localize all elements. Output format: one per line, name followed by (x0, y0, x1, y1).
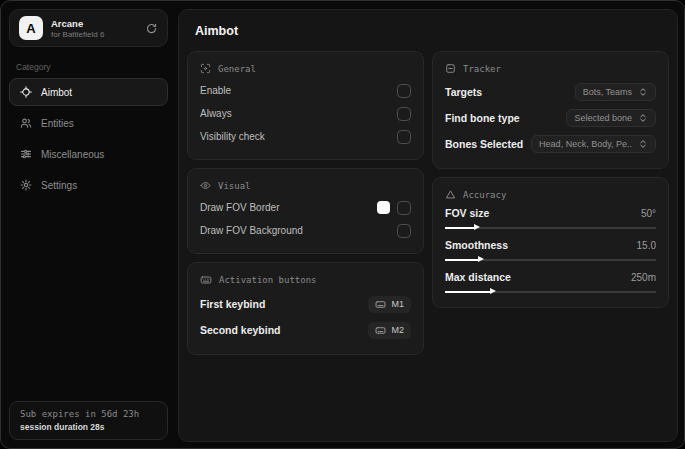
keybind-value: M1 (391, 299, 404, 309)
keybind-label: First keybind (200, 298, 265, 310)
sliders-icon (20, 148, 32, 160)
first-keybind-button[interactable]: M1 (368, 296, 411, 313)
slider-value: 50° (641, 208, 656, 219)
keybind-value: M2 (391, 325, 404, 335)
tracker-card-title: Tracker (445, 63, 656, 74)
section-title: Tracker (463, 64, 501, 74)
slider-label: Max distance (445, 271, 511, 283)
sidebar-item-label: Entities (41, 118, 74, 129)
app-meta: Arcane for Battlefield 6 (51, 18, 104, 39)
general-card: General Enable Always Visibility check (187, 51, 424, 160)
triangle-icon (445, 189, 456, 200)
chevrons-up-down-icon (638, 139, 648, 149)
always-checkbox[interactable] (397, 107, 411, 121)
tracker-card: Tracker Targets Bots, Teams (432, 51, 669, 169)
keybind-label: Second keybind (200, 324, 281, 336)
draw-fov-border-checkbox[interactable] (397, 201, 411, 215)
accuracy-card-title: Accuracy (445, 189, 656, 200)
eye-icon (200, 180, 211, 191)
slider-row-max-distance: Max distance 250m (445, 271, 656, 296)
slider-fill (445, 291, 491, 293)
targets-dropdown[interactable]: Bots, Teams (575, 83, 656, 101)
fov-size-slider[interactable] (445, 223, 656, 232)
setting-label: Enable (200, 85, 231, 96)
smoothness-slider[interactable] (445, 255, 656, 264)
dropdown-value: Head, Neck, Body, Pe.. (539, 139, 632, 149)
setting-row-draw-fov-background: Draw FOV Background (200, 219, 411, 242)
enable-checkbox[interactable] (397, 84, 411, 98)
activation-card-title: Activation buttons (200, 274, 411, 286)
tracker-row-find-bone-type: Find bone type Selected bone (445, 105, 656, 131)
slider-label: Smoothness (445, 239, 508, 251)
keyboard-icon (200, 274, 212, 286)
visibility-check-checkbox[interactable] (397, 130, 411, 144)
slider-value: 250m (631, 272, 656, 283)
fov-border-color-swatch[interactable] (377, 201, 390, 214)
sync-icon[interactable] (145, 22, 158, 35)
general-card-title: General (200, 63, 411, 74)
page-title: Aimbot (195, 24, 661, 38)
frame-minus-icon (445, 63, 456, 74)
slider-row-fov-size: FOV size 50° (445, 207, 656, 232)
setting-label: Visibility check (200, 131, 265, 142)
visual-card-title: Visual (200, 180, 411, 191)
sidebar: A Arcane for Battlefield 6 Category (1, 1, 176, 448)
app-window: A Arcane for Battlefield 6 Category (0, 0, 685, 449)
category-label: Category (16, 62, 161, 72)
app-header-card: A Arcane for Battlefield 6 (9, 9, 168, 47)
dropdown-value: Selected bone (574, 113, 632, 123)
visual-card: Visual Draw FOV Border Draw FOV Backgrou… (187, 168, 424, 254)
section-title: Accuracy (463, 190, 506, 200)
bones-selected-dropdown[interactable]: Head, Neck, Body, Pe.. (531, 135, 656, 153)
app-logo: A (19, 16, 43, 40)
left-column: General Enable Always Visibility check (187, 51, 424, 355)
setting-label: Always (200, 108, 232, 119)
slider-fill (445, 259, 479, 261)
keyboard-icon (375, 325, 386, 336)
subscription-info-box: Sub expires in 56d 23h session duration … (9, 401, 168, 440)
app-name: Arcane (51, 18, 104, 29)
tracker-label: Targets (445, 86, 482, 98)
accuracy-card: Accuracy FOV size 50° (432, 177, 669, 308)
activation-buttons-card: Activation buttons First keybind (187, 262, 424, 355)
tracker-row-targets: Targets Bots, Teams (445, 79, 656, 105)
draw-fov-background-checkbox[interactable] (397, 224, 411, 238)
gear-icon (20, 179, 32, 191)
sidebar-item-settings[interactable]: Settings (9, 171, 168, 199)
slider-row-smoothness: Smoothness 15.0 (445, 239, 656, 264)
app-subtitle: for Battlefield 6 (51, 30, 104, 39)
setting-row-draw-fov-border: Draw FOV Border (200, 196, 411, 219)
dropdown-value: Bots, Teams (583, 87, 632, 97)
sidebar-item-label: Settings (41, 180, 77, 191)
section-title: Visual (218, 181, 251, 191)
setting-row-always: Always (200, 102, 411, 125)
slider-label: FOV size (445, 207, 489, 219)
find-bone-type-dropdown[interactable]: Selected bone (566, 109, 656, 127)
sidebar-item-miscellaneous[interactable]: Miscellaneous (9, 140, 168, 168)
chevrons-up-down-icon (638, 87, 648, 97)
setting-label: Draw FOV Border (200, 202, 279, 213)
chevrons-up-down-icon (638, 113, 648, 123)
setting-label: Draw FOV Background (200, 225, 303, 236)
second-keybind-button[interactable]: M2 (368, 322, 411, 339)
sidebar-item-entities[interactable]: Entities (9, 109, 168, 137)
sidebar-nav: Aimbot Entities (1, 77, 176, 200)
keyboard-icon (375, 299, 386, 310)
slider-value: 15.0 (637, 240, 656, 251)
crosshair-icon (20, 86, 32, 98)
setting-row-visibility-check: Visibility check (200, 125, 411, 148)
sidebar-item-label: Miscellaneous (41, 149, 104, 160)
section-title: Activation buttons (219, 275, 317, 285)
session-duration-text: session duration 28s (20, 422, 157, 432)
sidebar-item-label: Aimbot (41, 87, 72, 98)
tracker-label: Bones Selected (445, 138, 523, 150)
keybind-row-second: Second keybind M2 (200, 317, 411, 343)
tracker-row-bones-selected: Bones Selected Head, Neck, Body, Pe.. (445, 131, 656, 157)
sidebar-item-aimbot[interactable]: Aimbot (9, 78, 168, 106)
setting-row-enable: Enable (200, 79, 411, 102)
slider-fill (445, 227, 475, 229)
right-column: Tracker Targets Bots, Teams (432, 51, 669, 308)
keybind-row-first: First keybind M1 (200, 291, 411, 317)
section-title: General (218, 64, 256, 74)
max-distance-slider[interactable] (445, 287, 656, 296)
